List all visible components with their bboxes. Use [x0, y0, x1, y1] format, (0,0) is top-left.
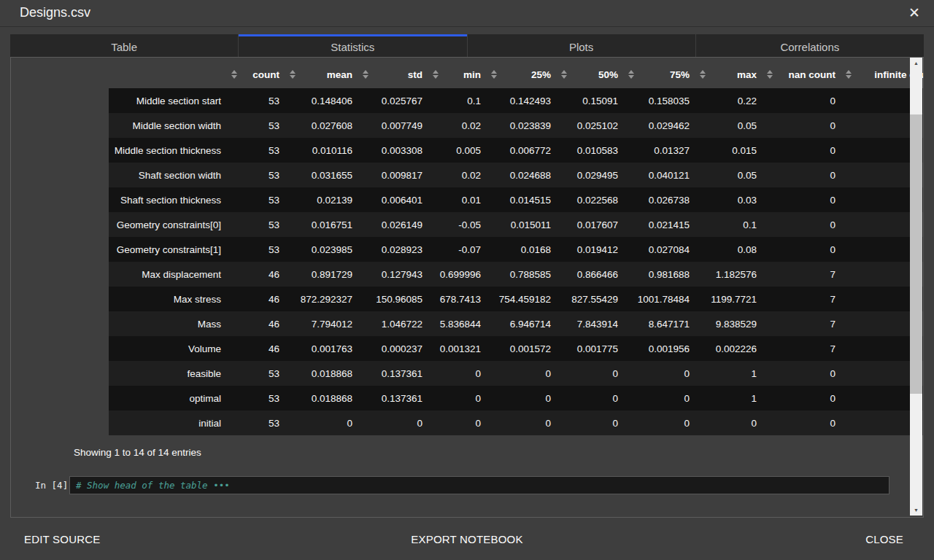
cell-value: 0.016751: [287, 212, 360, 237]
cell-value: 0.05: [697, 163, 764, 187]
cell-value: 53: [228, 138, 287, 163]
cell-value: 872.292327: [287, 287, 360, 311]
column-header-label: std: [408, 69, 422, 80]
cell-value: 6.946714: [488, 311, 558, 336]
scrollbar-thumb[interactable]: [910, 114, 922, 394]
cell-value: 0.158035: [625, 88, 697, 113]
cell-value: 0: [430, 361, 488, 386]
cell-value: 0.025767: [360, 88, 430, 113]
row-label: Middle section width: [109, 113, 228, 138]
cell-value: 0.028923: [360, 237, 430, 262]
cell-value: 0.05: [697, 113, 764, 138]
cell-value: 0.137361: [360, 386, 430, 411]
cell-value: 0.001956: [625, 336, 697, 361]
column-header[interactable]: count: [228, 61, 287, 88]
cell-value: 0.01: [430, 187, 488, 212]
tab-table[interactable]: Table: [10, 34, 238, 57]
row-label: Geometry constraints[0]: [109, 212, 228, 237]
row-label: initial: [109, 411, 228, 435]
column-header[interactable]: min: [430, 61, 488, 88]
row-label: Middle section start: [109, 88, 228, 113]
scroll-down-icon[interactable]: ▼: [910, 505, 922, 516]
cell-value: 0: [764, 361, 843, 386]
cell-value: 0.040121: [625, 163, 697, 187]
cell-value: 0.019412: [558, 237, 625, 262]
entries-summary: Showing 1 to 14 of 14 entries: [74, 447, 201, 458]
cell-value: 0.018868: [287, 386, 360, 411]
cell-value: 0: [287, 411, 360, 435]
column-header[interactable]: nan count: [764, 61, 843, 88]
column-header[interactable]: 50%: [558, 61, 625, 88]
cell-value: 0: [625, 411, 697, 435]
scroll-up-icon[interactable]: ▲: [910, 58, 922, 69]
cell-value: 0.015011: [488, 212, 558, 237]
cell-value: 53: [228, 386, 287, 411]
sort-icon[interactable]: [700, 70, 706, 79]
cell-value: 0: [558, 361, 625, 386]
sort-icon[interactable]: [363, 70, 368, 79]
cell-value: 0.1: [697, 212, 764, 237]
cell-value: 0: [764, 386, 843, 411]
content-panel: countmeanstdmin25%50%75%maxnan countinfi…: [10, 57, 924, 518]
column-header-label: 25%: [531, 69, 551, 80]
sort-icon[interactable]: [231, 70, 237, 79]
sort-icon[interactable]: [491, 70, 497, 79]
tab-correlations[interactable]: Correlations: [696, 34, 924, 57]
cell-value: 0.148406: [287, 88, 360, 113]
column-header[interactable]: std: [360, 61, 430, 88]
cell-value: 8.647171: [625, 311, 697, 336]
cell-value: 754.459182: [488, 287, 558, 311]
cell-value: 0.023839: [488, 113, 558, 138]
cell-value: 0.000237: [360, 336, 430, 361]
cell-value: 7.794012: [287, 311, 360, 336]
cell-value: 0: [488, 361, 558, 386]
code-input[interactable]: # Show head of the table •••: [69, 476, 889, 494]
cell-value: 0: [625, 386, 697, 411]
close-icon[interactable]: ✕: [905, 4, 924, 23]
column-header[interactable]: mean: [287, 61, 360, 88]
cell-value: 7: [764, 336, 843, 361]
cell-value: 53: [228, 113, 287, 138]
cell-value: 0: [430, 386, 488, 411]
cell-value: 0.006772: [488, 138, 558, 163]
column-header-label: nan count: [789, 69, 836, 80]
vertical-scrollbar[interactable]: ▲ ▼: [910, 58, 922, 516]
statistics-table: countmeanstdmin25%50%75%maxnan countinfi…: [109, 61, 924, 435]
cell-value: 827.55429: [558, 287, 625, 311]
cell-value: 0.788585: [488, 262, 558, 287]
cell-value: 0.22: [697, 88, 764, 113]
export-notebook-button[interactable]: EXPORT NOTEBOOK: [0, 518, 934, 560]
row-label: feasible: [109, 361, 228, 386]
sort-icon[interactable]: [290, 70, 296, 79]
sort-icon[interactable]: [433, 70, 439, 79]
close-button[interactable]: CLOSE: [861, 518, 908, 560]
cell-value: 0.021415: [625, 212, 697, 237]
cell-value: 0: [558, 386, 625, 411]
tab-statistics[interactable]: Statistics: [239, 34, 466, 57]
sort-icon[interactable]: [561, 70, 567, 79]
row-label: Middle section thickness: [109, 138, 228, 163]
cell-value: 0.866466: [558, 262, 625, 287]
cell-value: 0.01327: [625, 138, 697, 163]
row-label: optimal: [109, 386, 228, 411]
cell-value: 0: [764, 163, 843, 187]
sort-icon[interactable]: [846, 70, 852, 79]
cell-value: 0.027608: [287, 113, 360, 138]
cell-value: 0.029462: [625, 113, 697, 138]
cell-prompt: In [4]:: [35, 480, 74, 491]
cell-value: 0.029495: [558, 163, 625, 187]
sort-icon[interactable]: [628, 70, 634, 79]
column-header-label: mean: [327, 69, 352, 80]
sort-icon[interactable]: [767, 70, 773, 79]
column-header[interactable]: 25%: [488, 61, 558, 88]
column-header[interactable]: max: [697, 61, 764, 88]
cell-value: 46: [228, 262, 287, 287]
cell-value: 0: [764, 113, 843, 138]
table-row: Geometry constraints[1]530.0239850.02892…: [109, 237, 924, 262]
cell-value: -0.07: [430, 237, 488, 262]
table-row: Max displacement460.8917290.1279430.6999…: [109, 262, 924, 287]
cell-value: 0.001321: [430, 336, 488, 361]
cell-value: 53: [228, 163, 287, 187]
tab-plots[interactable]: Plots: [468, 34, 695, 57]
column-header[interactable]: 75%: [625, 61, 697, 88]
